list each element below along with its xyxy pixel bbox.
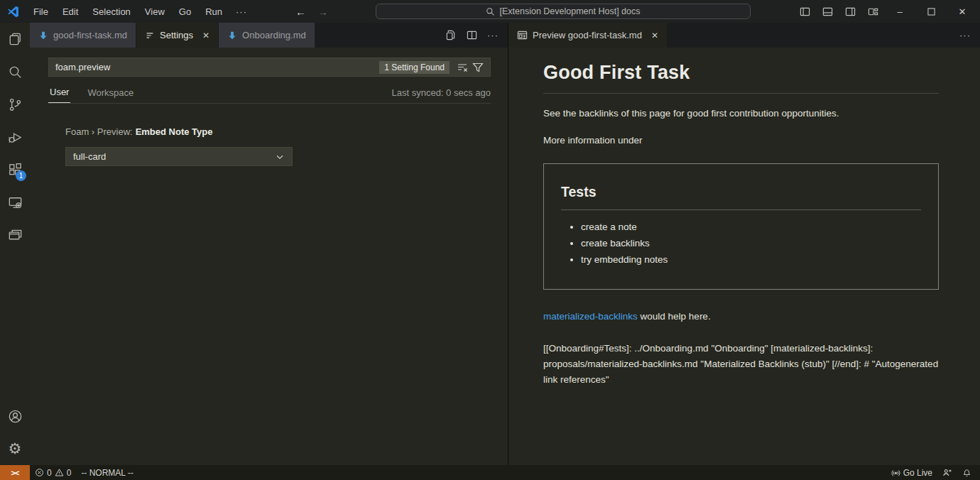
link-tail-text: would help here.	[638, 311, 711, 322]
broadcast-icon	[891, 468, 900, 477]
results-count-badge: 1 Setting Found	[379, 61, 450, 74]
list-item: try embedding notes	[581, 254, 921, 265]
embed-note-type-select[interactable]: full-card	[65, 147, 293, 166]
right-tab-strip: Preview good-first-task.md ✕ ···	[508, 23, 980, 48]
close-tab-icon[interactable]: ✕	[202, 31, 209, 40]
settings-search-value: foam.preview	[55, 62, 379, 72]
markdown-icon	[38, 31, 48, 40]
setting-category: Foam › Preview:	[65, 126, 133, 137]
customize-layout-icon[interactable]	[862, 2, 883, 21]
window-title: [Extension Development Host] docs	[499, 6, 640, 16]
settings-search-input[interactable]: foam.preview 1 Setting Found	[48, 58, 491, 77]
account-icon[interactable]	[0, 400, 30, 432]
editor-group-right: Preview good-first-task.md ✕ ··· Good Fi…	[508, 23, 980, 465]
tab-label: Onboarding.md	[242, 30, 306, 40]
search-icon	[486, 7, 495, 16]
more-actions-icon[interactable]: ···	[484, 26, 502, 45]
title-bar: File Edit Selection View Go Run ··· ← → …	[0, 0, 980, 23]
minimize-button[interactable]: –	[885, 1, 915, 22]
setting-item-embed-note-type: Foam › Preview:Embed Note Type full-card	[65, 126, 508, 166]
windows-stack-icon[interactable]	[0, 219, 30, 251]
settings-scope-tabs: User Workspace Last synced: 0 secs ago	[48, 84, 491, 104]
go-live-label: Go Live	[903, 468, 932, 478]
warning-count: 0	[67, 468, 72, 478]
tab-good-first-task[interactable]: good-first-task.md	[30, 23, 136, 48]
list-item: create a note	[581, 222, 921, 232]
preview-paragraph: See the backlinks of this page for good …	[543, 107, 939, 121]
source-control-icon[interactable]	[0, 88, 30, 121]
remote-explorer-icon[interactable]	[0, 186, 30, 219]
filter-icon[interactable]	[470, 60, 486, 75]
menu-view[interactable]: View	[138, 4, 171, 19]
menu-edit[interactable]: Edit	[56, 4, 85, 19]
bell-icon	[962, 468, 971, 477]
toggle-secondary-sidebar-icon[interactable]	[839, 2, 861, 21]
maximize-button[interactable]	[916, 1, 946, 22]
feedback-button[interactable]	[937, 465, 957, 480]
tab-label: Settings	[160, 30, 193, 40]
vscode-window: File Edit Selection View Go Run ··· ← → …	[0, 0, 980, 480]
toggle-panel-icon[interactable]	[817, 2, 838, 21]
tab-user[interactable]: User	[48, 84, 70, 103]
menu-overflow-button[interactable]: ···	[230, 4, 253, 19]
tab-label: Preview good-first-task.md	[533, 30, 642, 40]
preview-paragraph: More information under	[543, 133, 939, 148]
toggle-primary-sidebar-icon[interactable]	[794, 2, 815, 21]
more-actions-icon[interactable]: ···	[956, 26, 974, 45]
embedded-note-list: create a note create backlinks try embed…	[561, 222, 921, 265]
activity-bar: 1 ⚙	[0, 23, 30, 465]
chevron-down-icon	[275, 152, 285, 162]
menu-file[interactable]: File	[27, 4, 55, 19]
preview-heading: Good First Task	[543, 62, 939, 94]
markdown-preview: Good First Task See the backlinks of thi…	[508, 48, 980, 465]
menu-run[interactable]: Run	[199, 4, 229, 19]
tab-onboarding[interactable]: Onboarding.md	[219, 23, 315, 48]
go-live-button[interactable]: Go Live	[886, 465, 937, 480]
preview-icon	[517, 30, 528, 40]
command-center-search[interactable]: [Extension Development Host] docs	[376, 4, 751, 19]
select-value: full-card	[73, 151, 106, 162]
problems-status[interactable]: 0 0	[30, 465, 76, 480]
person-feedback-icon	[942, 468, 952, 478]
tab-settings[interactable]: Settings ✕	[136, 23, 219, 48]
notifications-button[interactable]	[957, 465, 980, 480]
vim-mode-indicator[interactable]: -- NORMAL --	[76, 465, 138, 480]
extensions-badge: 1	[16, 170, 26, 181]
link-references-paragraph: [[Onboarding#Tests]: ../Onboarding.md "O…	[543, 341, 939, 388]
tab-workspace[interactable]: Workspace	[86, 84, 135, 103]
editor-group-left: good-first-task.md Settings ✕ Onboarding…	[30, 23, 508, 465]
settings-editor: foam.preview 1 Setting Found User Worksp…	[30, 48, 508, 465]
menu-selection[interactable]: Selection	[86, 4, 136, 19]
tab-preview-good-first-task[interactable]: Preview good-first-task.md ✕	[508, 23, 668, 48]
markdown-icon	[227, 31, 237, 40]
list-item: create backlinks	[581, 238, 921, 249]
search-sidebar-icon[interactable]	[0, 55, 30, 88]
tab-label: good-first-task.md	[53, 30, 127, 40]
settings-gear-icon[interactable]: ⚙	[0, 432, 30, 465]
error-count: 0	[47, 468, 52, 478]
remote-indicator[interactable]: ><	[0, 465, 30, 480]
explorer-icon[interactable]	[0, 23, 30, 55]
preview-paragraph: materialized-backlinks would help here.	[543, 310, 939, 324]
vscode-logo-icon	[6, 4, 20, 18]
extensions-icon[interactable]: 1	[0, 153, 30, 186]
menu-go[interactable]: Go	[173, 4, 197, 19]
close-window-button[interactable]: ✕	[947, 1, 977, 22]
forward-arrow-icon[interactable]: →	[313, 6, 332, 18]
last-synced-label: Last synced: 0 secs ago	[392, 87, 491, 103]
setting-name: Embed Note Type	[136, 126, 213, 137]
warning-icon	[55, 468, 64, 477]
split-editor-icon[interactable]	[462, 26, 481, 45]
settings-list-icon	[145, 31, 155, 40]
close-tab-icon[interactable]: ✕	[651, 31, 658, 40]
open-changes-icon[interactable]	[441, 26, 459, 45]
remote-icon: ><	[11, 469, 19, 477]
back-arrow-icon[interactable]: ←	[291, 6, 310, 18]
embedded-note-title: Tests	[561, 184, 921, 210]
run-debug-icon[interactable]	[0, 121, 30, 153]
materialized-backlinks-link[interactable]: materialized-backlinks	[543, 311, 638, 322]
embedded-note-card: Tests create a note create backlinks try…	[543, 163, 939, 290]
left-tab-strip: good-first-task.md Settings ✕ Onboarding…	[30, 23, 508, 48]
error-icon	[35, 468, 44, 477]
clear-filters-icon[interactable]	[454, 60, 470, 75]
